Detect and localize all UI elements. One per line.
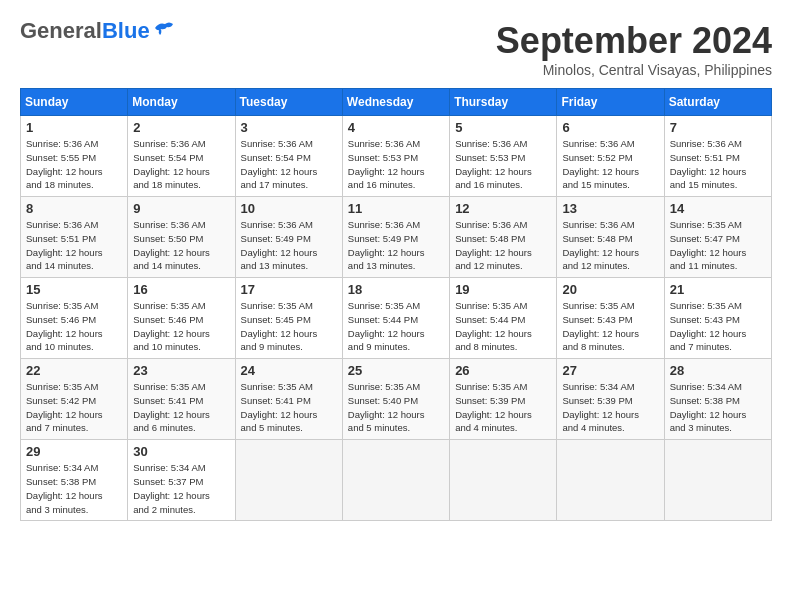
day-info: Sunrise: 5:36 AM Sunset: 5:54 PM Dayligh…	[241, 137, 337, 192]
title-area: September 2024 Minolos, Central Visayas,…	[496, 20, 772, 78]
table-row	[557, 440, 664, 521]
day-number: 9	[133, 201, 229, 216]
table-row: 29Sunrise: 5:34 AM Sunset: 5:38 PM Dayli…	[21, 440, 128, 521]
table-row: 6Sunrise: 5:36 AM Sunset: 5:52 PM Daylig…	[557, 116, 664, 197]
day-info: Sunrise: 5:35 AM Sunset: 5:44 PM Dayligh…	[348, 299, 444, 354]
table-row: 11Sunrise: 5:36 AM Sunset: 5:49 PM Dayli…	[342, 197, 449, 278]
day-number: 21	[670, 282, 766, 297]
day-number: 14	[670, 201, 766, 216]
day-number: 11	[348, 201, 444, 216]
table-row: 15Sunrise: 5:35 AM Sunset: 5:46 PM Dayli…	[21, 278, 128, 359]
day-number: 7	[670, 120, 766, 135]
col-monday: Monday	[128, 89, 235, 116]
day-number: 13	[562, 201, 658, 216]
day-number: 17	[241, 282, 337, 297]
day-number: 6	[562, 120, 658, 135]
table-row: 23Sunrise: 5:35 AM Sunset: 5:41 PM Dayli…	[128, 359, 235, 440]
day-info: Sunrise: 5:36 AM Sunset: 5:53 PM Dayligh…	[348, 137, 444, 192]
day-info: Sunrise: 5:36 AM Sunset: 5:49 PM Dayligh…	[241, 218, 337, 273]
day-number: 29	[26, 444, 122, 459]
day-number: 26	[455, 363, 551, 378]
table-row: 21Sunrise: 5:35 AM Sunset: 5:43 PM Dayli…	[664, 278, 771, 359]
day-info: Sunrise: 5:35 AM Sunset: 5:46 PM Dayligh…	[26, 299, 122, 354]
table-row: 9Sunrise: 5:36 AM Sunset: 5:50 PM Daylig…	[128, 197, 235, 278]
day-info: Sunrise: 5:34 AM Sunset: 5:37 PM Dayligh…	[133, 461, 229, 516]
day-info: Sunrise: 5:35 AM Sunset: 5:43 PM Dayligh…	[670, 299, 766, 354]
day-info: Sunrise: 5:36 AM Sunset: 5:48 PM Dayligh…	[455, 218, 551, 273]
day-number: 1	[26, 120, 122, 135]
page-header: General Blue September 2024 Minolos, Cen…	[20, 20, 772, 78]
table-row: 24Sunrise: 5:35 AM Sunset: 5:41 PM Dayli…	[235, 359, 342, 440]
table-row: 14Sunrise: 5:35 AM Sunset: 5:47 PM Dayli…	[664, 197, 771, 278]
day-info: Sunrise: 5:35 AM Sunset: 5:41 PM Dayligh…	[241, 380, 337, 435]
calendar-row: 29Sunrise: 5:34 AM Sunset: 5:38 PM Dayli…	[21, 440, 772, 521]
table-row	[342, 440, 449, 521]
month-title: September 2024	[496, 20, 772, 62]
table-row: 25Sunrise: 5:35 AM Sunset: 5:40 PM Dayli…	[342, 359, 449, 440]
col-wednesday: Wednesday	[342, 89, 449, 116]
day-number: 18	[348, 282, 444, 297]
logo: General Blue	[20, 20, 175, 42]
day-info: Sunrise: 5:35 AM Sunset: 5:41 PM Dayligh…	[133, 380, 229, 435]
day-info: Sunrise: 5:34 AM Sunset: 5:38 PM Dayligh…	[26, 461, 122, 516]
day-info: Sunrise: 5:36 AM Sunset: 5:53 PM Dayligh…	[455, 137, 551, 192]
day-number: 20	[562, 282, 658, 297]
table-row: 20Sunrise: 5:35 AM Sunset: 5:43 PM Dayli…	[557, 278, 664, 359]
table-row: 2Sunrise: 5:36 AM Sunset: 5:54 PM Daylig…	[128, 116, 235, 197]
day-number: 22	[26, 363, 122, 378]
col-saturday: Saturday	[664, 89, 771, 116]
table-row: 17Sunrise: 5:35 AM Sunset: 5:45 PM Dayli…	[235, 278, 342, 359]
day-number: 27	[562, 363, 658, 378]
day-info: Sunrise: 5:35 AM Sunset: 5:42 PM Dayligh…	[26, 380, 122, 435]
table-row	[235, 440, 342, 521]
location: Minolos, Central Visayas, Philippines	[496, 62, 772, 78]
col-tuesday: Tuesday	[235, 89, 342, 116]
table-row: 5Sunrise: 5:36 AM Sunset: 5:53 PM Daylig…	[450, 116, 557, 197]
day-number: 2	[133, 120, 229, 135]
day-info: Sunrise: 5:34 AM Sunset: 5:39 PM Dayligh…	[562, 380, 658, 435]
table-row: 12Sunrise: 5:36 AM Sunset: 5:48 PM Dayli…	[450, 197, 557, 278]
day-info: Sunrise: 5:36 AM Sunset: 5:52 PM Dayligh…	[562, 137, 658, 192]
day-number: 28	[670, 363, 766, 378]
day-info: Sunrise: 5:36 AM Sunset: 5:51 PM Dayligh…	[26, 218, 122, 273]
day-info: Sunrise: 5:36 AM Sunset: 5:54 PM Dayligh…	[133, 137, 229, 192]
calendar-row: 15Sunrise: 5:35 AM Sunset: 5:46 PM Dayli…	[21, 278, 772, 359]
table-row: 8Sunrise: 5:36 AM Sunset: 5:51 PM Daylig…	[21, 197, 128, 278]
logo-blue: Blue	[102, 20, 150, 42]
table-row: 19Sunrise: 5:35 AM Sunset: 5:44 PM Dayli…	[450, 278, 557, 359]
table-row: 30Sunrise: 5:34 AM Sunset: 5:37 PM Dayli…	[128, 440, 235, 521]
table-row	[664, 440, 771, 521]
table-row: 4Sunrise: 5:36 AM Sunset: 5:53 PM Daylig…	[342, 116, 449, 197]
day-info: Sunrise: 5:36 AM Sunset: 5:49 PM Dayligh…	[348, 218, 444, 273]
table-row: 7Sunrise: 5:36 AM Sunset: 5:51 PM Daylig…	[664, 116, 771, 197]
calendar-row: 8Sunrise: 5:36 AM Sunset: 5:51 PM Daylig…	[21, 197, 772, 278]
col-sunday: Sunday	[21, 89, 128, 116]
day-number: 4	[348, 120, 444, 135]
day-number: 3	[241, 120, 337, 135]
calendar-row: 22Sunrise: 5:35 AM Sunset: 5:42 PM Dayli…	[21, 359, 772, 440]
day-info: Sunrise: 5:35 AM Sunset: 5:46 PM Dayligh…	[133, 299, 229, 354]
table-row	[450, 440, 557, 521]
table-row: 1Sunrise: 5:36 AM Sunset: 5:55 PM Daylig…	[21, 116, 128, 197]
day-number: 12	[455, 201, 551, 216]
calendar-header-row: Sunday Monday Tuesday Wednesday Thursday…	[21, 89, 772, 116]
day-info: Sunrise: 5:36 AM Sunset: 5:55 PM Dayligh…	[26, 137, 122, 192]
day-number: 23	[133, 363, 229, 378]
logo-bird-icon	[153, 20, 175, 42]
table-row: 3Sunrise: 5:36 AM Sunset: 5:54 PM Daylig…	[235, 116, 342, 197]
table-row: 13Sunrise: 5:36 AM Sunset: 5:48 PM Dayli…	[557, 197, 664, 278]
day-info: Sunrise: 5:35 AM Sunset: 5:43 PM Dayligh…	[562, 299, 658, 354]
table-row: 16Sunrise: 5:35 AM Sunset: 5:46 PM Dayli…	[128, 278, 235, 359]
day-info: Sunrise: 5:34 AM Sunset: 5:38 PM Dayligh…	[670, 380, 766, 435]
day-number: 15	[26, 282, 122, 297]
day-info: Sunrise: 5:36 AM Sunset: 5:51 PM Dayligh…	[670, 137, 766, 192]
day-info: Sunrise: 5:36 AM Sunset: 5:48 PM Dayligh…	[562, 218, 658, 273]
logo-general: General	[20, 20, 102, 42]
day-number: 16	[133, 282, 229, 297]
day-info: Sunrise: 5:35 AM Sunset: 5:39 PM Dayligh…	[455, 380, 551, 435]
table-row: 22Sunrise: 5:35 AM Sunset: 5:42 PM Dayli…	[21, 359, 128, 440]
col-friday: Friday	[557, 89, 664, 116]
table-row: 28Sunrise: 5:34 AM Sunset: 5:38 PM Dayli…	[664, 359, 771, 440]
day-info: Sunrise: 5:35 AM Sunset: 5:45 PM Dayligh…	[241, 299, 337, 354]
day-number: 24	[241, 363, 337, 378]
